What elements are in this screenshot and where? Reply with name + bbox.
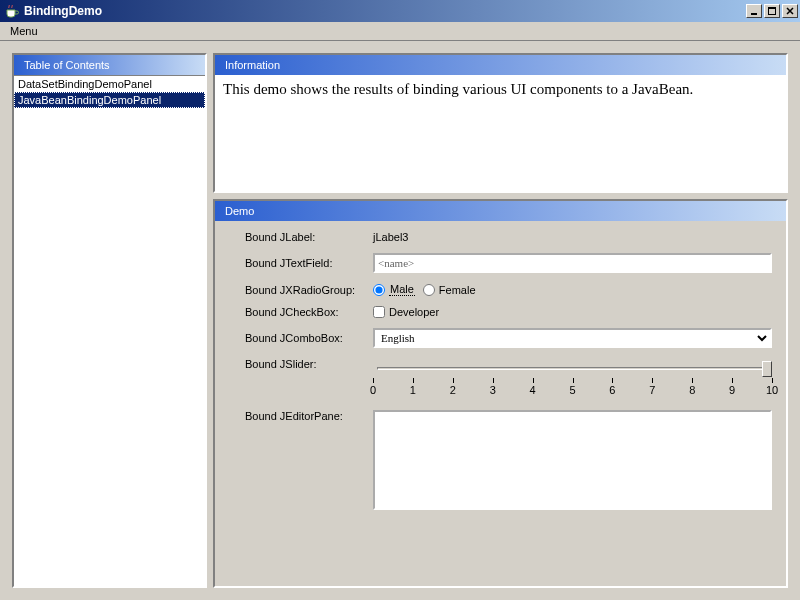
toc-header: Table of Contents <box>14 55 205 75</box>
slider-tick-label: 0 <box>370 384 376 396</box>
workspace: Table of Contents DataSetBindingDemoPane… <box>0 41 800 600</box>
info-header: Information <box>215 55 786 75</box>
toc-item-javabean[interactable]: JavaBeanBindingDemoPanel <box>14 92 205 108</box>
radio-male[interactable]: Male <box>373 283 415 296</box>
label-jcombobox: Bound JComboBox: <box>245 332 363 344</box>
menu-menu[interactable]: Menu <box>4 23 44 39</box>
checkbox-developer[interactable]: Developer <box>373 306 439 318</box>
slider-thumb[interactable] <box>762 361 772 377</box>
slider-tick-label: 2 <box>450 384 456 396</box>
label-jeditorpane: Bound JEditorPane: <box>245 410 363 422</box>
radio-female-input[interactable] <box>423 284 435 296</box>
svg-rect-0 <box>751 13 757 15</box>
menubar: Menu <box>0 22 800 41</box>
slider-tick-label: 4 <box>530 384 536 396</box>
window-controls <box>744 4 798 18</box>
close-button[interactable] <box>782 4 798 18</box>
label-jlabel: Bound JLabel: <box>245 231 363 243</box>
titlebar: BindingDemo <box>0 0 800 22</box>
label-jslider: Bound JSlider: <box>245 358 363 370</box>
label-jtextfield: Bound JTextField: <box>245 257 363 269</box>
demo-panel: Demo Bound JLabel: jLabel3 Bound JTextFi… <box>213 199 788 588</box>
combobox-language[interactable]: English <box>373 328 772 348</box>
label-jxradiogroup: Bound JXRadioGroup: <box>245 284 363 296</box>
radio-female-label: Female <box>439 284 476 296</box>
toc-item-dataset[interactable]: DataSetBindingDemoPanel <box>14 76 205 92</box>
checkbox-developer-input[interactable] <box>373 306 385 318</box>
slider-tick-label: 10 <box>766 384 778 396</box>
info-panel: Information This demo shows the results … <box>213 53 788 193</box>
svg-rect-2 <box>768 7 776 9</box>
jeditorpane-input[interactable] <box>373 410 772 510</box>
slider-tick-label: 7 <box>649 384 655 396</box>
slider-tick-label: 9 <box>729 384 735 396</box>
label-jcheckbox: Bound JCheckBox: <box>245 306 363 318</box>
info-text: This demo shows the results of binding v… <box>215 75 786 191</box>
toc-list[interactable]: DataSetBindingDemoPanel JavaBeanBindingD… <box>14 75 205 586</box>
radio-female[interactable]: Female <box>423 284 476 296</box>
minimize-button[interactable] <box>746 4 762 18</box>
demo-header: Demo <box>215 201 786 221</box>
slider-ticks: 012345678910 <box>373 378 772 400</box>
slider-tick-label: 8 <box>689 384 695 396</box>
slider[interactable]: 012345678910 <box>373 358 772 400</box>
jtextfield-input[interactable] <box>373 253 772 273</box>
radio-group: Male Female <box>373 283 772 296</box>
radio-male-input[interactable] <box>373 284 385 296</box>
slider-tick-label: 5 <box>569 384 575 396</box>
radio-male-label: Male <box>389 283 415 296</box>
slider-tick-label: 3 <box>490 384 496 396</box>
value-jlabel: jLabel3 <box>373 231 772 243</box>
slider-track <box>377 367 768 370</box>
slider-tick-label: 1 <box>410 384 416 396</box>
maximize-button[interactable] <box>764 4 780 18</box>
slider-tick-label: 6 <box>609 384 615 396</box>
window-title: BindingDemo <box>24 4 102 18</box>
java-icon <box>4 3 20 19</box>
checkbox-developer-label: Developer <box>389 306 439 318</box>
toc-panel: Table of Contents DataSetBindingDemoPane… <box>12 53 207 588</box>
